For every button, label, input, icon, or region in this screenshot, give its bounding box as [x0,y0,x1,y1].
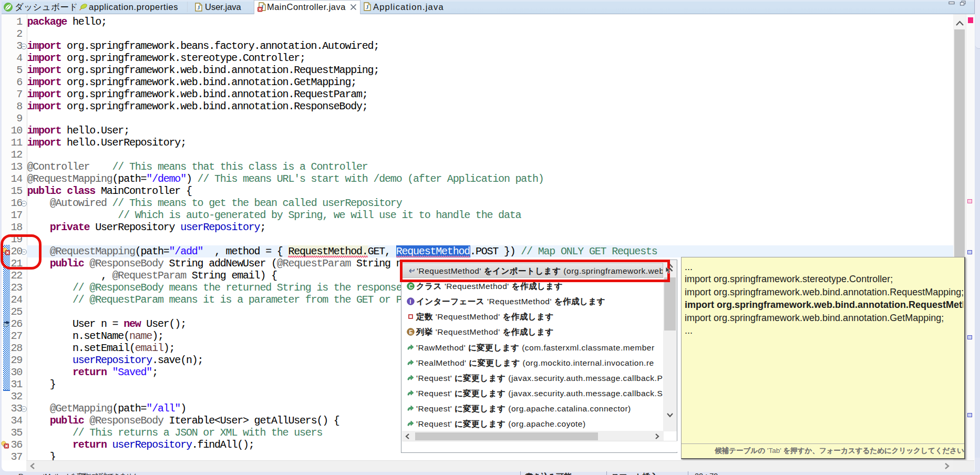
svg-text:J: J [197,4,200,11]
svg-text:J: J [366,4,369,10]
svg-text:E: E [409,329,414,335]
svg-text:I: I [410,298,411,305]
svg-text:C: C [409,283,413,290]
